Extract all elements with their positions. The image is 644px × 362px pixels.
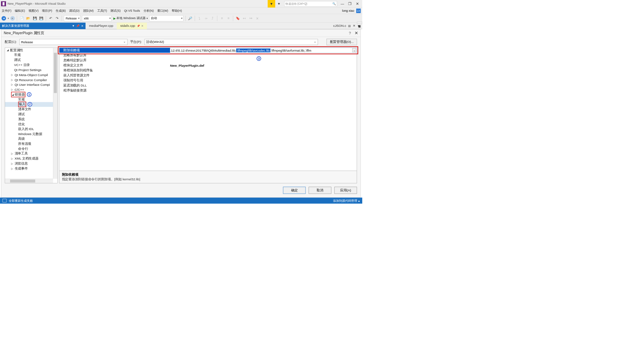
feedback-icon[interactable]: ✦: [275, 0, 283, 7]
restore-button[interactable]: ❐: [346, 0, 354, 7]
tree-vertical-scrollbar[interactable]: [53, 48, 57, 179]
menu-debug[interactable]: 调试(D): [69, 9, 79, 13]
menu-qt[interactable]: Qt VS Tools: [124, 9, 140, 13]
help-icon[interactable]: ?: [349, 31, 351, 35]
tree-node-linker-all[interactable]: 所有选项: [5, 141, 53, 146]
tree-node-general[interactable]: 常规: [5, 53, 53, 58]
quick-launch-input[interactable]: 快速启动 (Ctrl+Q) 🔍: [284, 1, 337, 7]
platform-label: 平台(P):: [130, 40, 142, 45]
dropdown-icon[interactable]: ▼: [357, 24, 360, 27]
tree-node-build-events[interactable]: ▷生成事件: [5, 166, 53, 171]
cancel-button[interactable]: 取消: [309, 187, 331, 194]
tree-node-qt-uic[interactable]: ▷Qt User Interface Compi: [5, 82, 53, 87]
bookmark-icon[interactable]: 🔖: [235, 16, 240, 21]
solution-explorer-tab[interactable]: 解决方案资源管理器 ▼ 📌 ✕: [0, 22, 86, 29]
tree-node-debug[interactable]: 调试: [5, 58, 53, 63]
menu-project[interactable]: 项目(P): [42, 9, 52, 13]
menu-build[interactable]: 生成(B): [56, 9, 66, 13]
tab-cjson[interactable]: cJSON.c: [333, 24, 346, 27]
tree-node-config-props[interactable]: ◢配置属性: [5, 48, 53, 53]
tree-node-qt-project[interactable]: Qt Project Settings: [5, 67, 53, 72]
tree-node-linker-manifest[interactable]: 清单文件: [5, 107, 53, 112]
open-file-icon[interactable]: 📂: [26, 16, 31, 21]
menu-tools[interactable]: 工具(T): [97, 9, 107, 13]
overflow-icon[interactable]: ▤: [348, 24, 351, 27]
solution-platform-combo[interactable]: x86: [82, 15, 112, 21]
minimize-button[interactable]: —: [339, 0, 346, 7]
dialog-close-button[interactable]: ✕: [355, 31, 358, 36]
tree-node-ccpp[interactable]: ▷C/C++: [5, 87, 53, 92]
config-manager-button[interactable]: 配置管理器(O)...: [327, 39, 357, 46]
grid-row-embed-managed[interactable]: 嵌入托管资源文件: [59, 73, 357, 78]
step-out-icon: ⤴: [210, 16, 215, 21]
save-all-icon[interactable]: 💾: [39, 16, 44, 21]
tree-node-linker-winmd[interactable]: Windows 元数据: [5, 131, 53, 136]
close-icon[interactable]: ✕: [141, 24, 144, 27]
menu-view[interactable]: 视图(V): [29, 9, 39, 13]
tree-node-linker[interactable]: ◢链接器1: [5, 92, 53, 97]
side-tab-services[interactable]: 服务: [357, 22, 362, 24]
tab-mediaplayer[interactable]: mediaPlayer.cpp: [86, 22, 117, 29]
grid-row-delay-load[interactable]: 延迟加载的 DLL: [59, 83, 357, 88]
tree-node-linker-input[interactable]: 输入2: [5, 102, 53, 107]
grid-row-ignore-all-default[interactable]: 忽略所有默认库: [59, 53, 357, 58]
grid-row-additional-deps[interactable]: 附加依赖项 .12.6\5.12.6\msvc2017\lib\Qt5Multi…: [59, 48, 357, 53]
dropdown-icon[interactable]: ⌄: [352, 48, 356, 52]
user-avatar[interactable]: LX: [356, 8, 361, 13]
menu-window[interactable]: 窗口(W): [157, 9, 168, 13]
dialog-title-bar: New_PlayerPlugin 属性页 ? ✕: [1, 29, 361, 37]
auto-combo[interactable]: 自动: [149, 15, 183, 21]
menu-file[interactable]: 文件(F): [2, 9, 11, 13]
tree-node-linker-system[interactable]: 系统: [5, 117, 53, 122]
tree-node-linker-general[interactable]: 常规: [5, 97, 53, 102]
tree-node-qt-moc[interactable]: ▷Qt Meta-Object Compil: [5, 72, 53, 77]
grid-row-add-module[interactable]: 将模块添加到程序集: [59, 68, 357, 73]
grid-row-ignore-specific[interactable]: 忽略特定默认库: [59, 58, 357, 63]
platform-combo[interactable]: 活动(Win32): [144, 39, 318, 45]
redo-icon[interactable]: ↷: [55, 16, 60, 21]
start-debug-button[interactable]: ▶本地 Windows 调试器▾: [113, 16, 148, 20]
tree-node-linker-idl[interactable]: 嵌入的 IDL: [5, 127, 53, 132]
undo-icon[interactable]: ↶: [48, 16, 53, 21]
grid-row-force-symbol[interactable]: 强制符号引用: [59, 78, 357, 83]
dropdown-icon[interactable]: ▼: [72, 24, 75, 27]
save-icon[interactable]: 💾: [32, 16, 37, 21]
pin-icon[interactable]: 📌: [137, 24, 140, 27]
pin-icon[interactable]: 📌: [76, 24, 80, 27]
config-combo[interactable]: Release: [19, 39, 128, 45]
grid-row-asm-link[interactable]: 程序集链接资源: [59, 88, 357, 93]
nav-forward-icon[interactable]: ►: [10, 16, 15, 21]
tree-node-vcdirs[interactable]: VC++ 目录: [5, 63, 53, 68]
tree-horizontal-scrollbar[interactable]: [5, 179, 53, 183]
source-control-button[interactable]: 添加到源代码管理 ▴: [333, 198, 360, 203]
tree-node-xmldoc[interactable]: ▷XML 文档生成器: [5, 156, 53, 161]
tree-node-linker-debug[interactable]: 调试: [5, 112, 53, 117]
main-toolbar: ◄ ▾ ► 📄 📂 💾 💾 ↶ ↷ Release x86 ▶本地 Window…: [0, 14, 362, 23]
notifications-flag-icon[interactable]: ▼: [268, 0, 275, 7]
close-icon[interactable]: ✕: [81, 24, 84, 27]
tree-node-linker-opt[interactable]: 优化: [5, 122, 53, 127]
tree-node-linker-cmd[interactable]: 命令行: [5, 146, 53, 151]
find-in-files-icon[interactable]: 🔎: [188, 16, 193, 21]
grid-row-module-def[interactable]: 模块定义文件New_PlayerPlugin.def: [59, 63, 357, 68]
close-icon[interactable]: ✕: [353, 24, 356, 28]
menu-test[interactable]: 测试(S): [110, 9, 120, 13]
property-tree[interactable]: ◢配置属性 常规 调试 VC++ 目录 Qt Project Settings …: [5, 48, 58, 183]
nav-back-icon[interactable]: ◄: [2, 16, 6, 21]
tree-node-browse[interactable]: ▷浏览信息: [5, 161, 53, 166]
user-name-label[interactable]: long xiao: [342, 9, 354, 13]
window-title: New_PlayerPlugin - Microsoft Visual Stud…: [8, 2, 66, 6]
tree-node-manifest-tool[interactable]: ▷清单工具: [5, 151, 53, 156]
ok-button[interactable]: 确定: [283, 187, 306, 194]
close-button[interactable]: ✕: [354, 0, 362, 7]
menu-team[interactable]: 团队(M): [83, 9, 94, 13]
menu-analyze[interactable]: 分析(N): [144, 9, 154, 13]
new-project-icon[interactable]: 📄: [19, 16, 24, 21]
menu-help[interactable]: 帮助(H): [172, 9, 182, 13]
tree-node-qt-rcc[interactable]: ▷Qt Resource Compiler: [5, 77, 53, 82]
solution-config-combo[interactable]: Release: [64, 15, 81, 21]
apply-button[interactable]: 应用(A): [334, 187, 357, 194]
tab-stdafx[interactable]: stdafx.cpp 📌 ✕: [117, 22, 147, 29]
tree-node-linker-adv[interactable]: 高级: [5, 136, 53, 141]
menu-edit[interactable]: 编辑(E): [15, 9, 25, 13]
